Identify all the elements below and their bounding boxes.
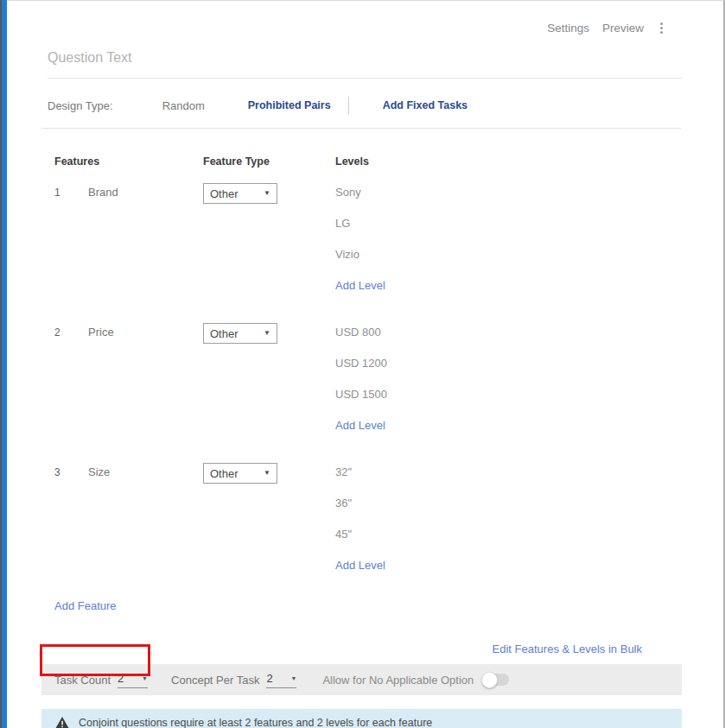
divider (48, 78, 682, 79)
task-count-value: 2 (118, 672, 124, 685)
question-editor-panel: Settings Preview Question Text Design Ty… (7, 0, 725, 728)
feature-row: 3 Size Other ▼ 32" 36" 45" Add Level (54, 463, 682, 587)
chevron-down-icon: ▼ (264, 470, 270, 477)
add-feature-link[interactable]: Add Feature (54, 599, 682, 613)
chevron-down-icon: ▼ (142, 675, 148, 681)
concept-per-task-value: 2 (266, 672, 272, 685)
feature-index: 2 (54, 323, 88, 447)
concept-per-task-select[interactable]: 2 ▼ (266, 672, 296, 688)
level-value[interactable]: USD 1200 (335, 354, 682, 385)
warning-triangle-icon (55, 717, 69, 728)
feature-type-selected-value: Other (210, 467, 238, 480)
feature-name[interactable]: Price (88, 323, 203, 447)
task-count-label: Task Count (54, 674, 111, 687)
feature-type-select[interactable]: Other ▼ (203, 323, 277, 344)
design-type-row: Design Type: Random Prohibited Pairs Add… (48, 97, 682, 114)
preview-button[interactable]: Preview (602, 22, 644, 35)
bulk-edit-row: Edit Features & Levels in Bulk (41, 643, 682, 655)
level-value[interactable]: 45" (335, 525, 682, 556)
feature-name[interactable]: Brand (88, 183, 203, 307)
features-column-header: Features (54, 155, 203, 168)
chevron-down-icon: ▼ (264, 190, 270, 197)
design-type-label: Design Type: (48, 99, 113, 112)
level-value[interactable]: LG (335, 214, 682, 245)
level-value[interactable]: Vizio (335, 245, 682, 276)
level-value[interactable]: Sony (335, 183, 682, 214)
divider (41, 128, 682, 129)
level-value[interactable]: USD 800 (335, 323, 682, 354)
add-fixed-tasks-link[interactable]: Add Fixed Tasks (383, 99, 467, 111)
chevron-down-icon: ▼ (264, 330, 270, 337)
level-value[interactable]: 36" (335, 494, 682, 525)
no-applicable-option-label: Allow for No Applicable Option (322, 674, 474, 687)
concept-per-task-label: Concept Per Task (171, 674, 259, 687)
kebab-menu-icon[interactable] (657, 21, 666, 35)
level-value[interactable]: 32" (335, 463, 682, 494)
prohibited-pairs-link[interactable]: Prohibited Pairs (248, 99, 331, 111)
feature-index: 1 (54, 183, 88, 307)
feature-type-select[interactable]: Other ▼ (203, 183, 277, 204)
feature-type-select[interactable]: Other ▼ (203, 463, 277, 484)
add-level-link[interactable]: Add Level (335, 276, 682, 307)
add-level-link[interactable]: Add Level (335, 556, 682, 587)
warning-text: Conjoint questions require at least 2 fe… (79, 717, 432, 728)
levels-column-header: Levels (335, 155, 682, 168)
feature-name[interactable]: Size (88, 463, 203, 587)
feature-type-column-header: Feature Type (203, 155, 335, 168)
design-type-value[interactable]: Random (162, 99, 205, 112)
warning-banner: Conjoint questions require at least 2 fe… (41, 709, 682, 728)
add-level-link[interactable]: Add Level (335, 416, 682, 447)
features-table-header: Features Feature Type Levels (54, 155, 682, 168)
task-count-select[interactable]: 2 ▼ (118, 672, 148, 688)
header-actions: Settings Preview (41, 1, 682, 35)
settings-button[interactable]: Settings (547, 22, 589, 35)
feature-row: 2 Price Other ▼ USD 800 USD 1200 USD 150… (54, 323, 682, 447)
chevron-down-icon: ▼ (290, 675, 296, 681)
task-settings-bar: Task Count 2 ▼ Concept Per Task 2 ▼ Allo… (41, 664, 682, 695)
vertical-divider (348, 97, 349, 114)
feature-index: 3 (54, 463, 88, 587)
no-applicable-toggle[interactable] (483, 674, 509, 686)
feature-type-selected-value: Other (210, 187, 238, 200)
feature-row: 1 Brand Other ▼ Sony LG Vizio Add Level (54, 183, 682, 307)
feature-type-selected-value: Other (210, 327, 238, 340)
toggle-knob (481, 672, 498, 688)
edit-features-levels-bulk-link[interactable]: Edit Features & Levels in Bulk (493, 643, 642, 655)
level-value[interactable]: USD 1500 (335, 385, 682, 416)
question-text-input[interactable]: Question Text (48, 50, 682, 66)
